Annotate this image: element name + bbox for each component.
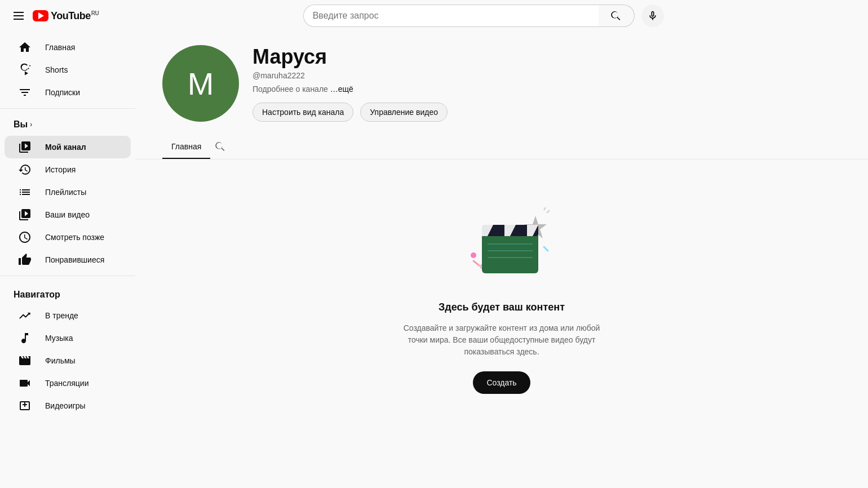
sidebar-item-your-videos[interactable]: Ваши видео xyxy=(5,203,131,226)
sidebar-label-shorts: Shorts xyxy=(45,65,68,74)
channel-details: Маруся @maruha2222 Подробнее о канале …е… xyxy=(253,45,448,122)
sidebar-label-my-channel: Мой канал xyxy=(45,143,86,152)
youtube-wordmark: YouTubeRU xyxy=(51,10,99,22)
sidebar-item-liked[interactable]: Понравившиеся xyxy=(5,249,131,271)
header-left: YouTubeRU xyxy=(9,5,99,26)
trending-icon xyxy=(18,309,32,322)
you-section-toggle[interactable]: Вы › xyxy=(0,113,135,136)
sidebar-item-gaming[interactable]: Видеоигры xyxy=(5,394,131,417)
history-icon xyxy=(18,163,32,176)
manage-videos-button[interactable]: Управление видео xyxy=(360,103,448,122)
search-bar xyxy=(303,5,664,27)
svg-line-17 xyxy=(544,247,548,251)
header-center xyxy=(108,5,859,27)
svg-line-16 xyxy=(473,261,479,265)
sidebar-item-music[interactable]: Музыка xyxy=(5,327,131,349)
channel-avatar: M xyxy=(162,45,239,122)
customize-channel-button[interactable]: Настроить вид канала xyxy=(253,103,353,122)
svg-line-3 xyxy=(547,210,550,213)
sidebar-label-playlists: Плейлисты xyxy=(45,188,86,197)
channel-handle: @maruha2222 xyxy=(253,71,448,80)
your-videos-icon xyxy=(18,208,32,221)
home-icon xyxy=(18,41,32,54)
sidebar-label-subscriptions: Подписки xyxy=(45,88,80,97)
sidebar-item-my-channel[interactable]: Мой канал xyxy=(5,136,131,158)
music-icon xyxy=(18,331,32,345)
channel-header: M Маруся @maruha2222 Подробнее о канале … xyxy=(135,32,868,135)
channel-buttons: Настроить вид канала Управление видео xyxy=(253,103,448,122)
mic-button[interactable] xyxy=(641,5,664,27)
search-icon xyxy=(610,10,622,21)
sidebar: Главная Shorts Подписки Вы › Мой канал И… xyxy=(0,32,135,439)
create-button[interactable]: Создать xyxy=(473,371,530,394)
empty-state-description: Создавайте и загружайте контент из дома … xyxy=(400,322,603,358)
watch-later-icon xyxy=(18,230,32,244)
search-input[interactable] xyxy=(303,5,599,27)
channel-name: Маруся xyxy=(253,45,448,69)
sidebar-label-movies: Фильмы xyxy=(45,356,76,365)
sidebar-label-your-videos: Ваши видео xyxy=(45,210,90,219)
subscriptions-icon xyxy=(18,86,32,99)
playlists-icon xyxy=(18,185,32,199)
movies-icon xyxy=(18,354,32,367)
search-button[interactable] xyxy=(599,5,635,27)
sidebar-item-trending[interactable]: В тренде xyxy=(5,304,131,327)
sidebar-item-live[interactable]: Трансляции xyxy=(5,372,131,394)
header: YouTubeRU xyxy=(0,0,868,32)
menu-button[interactable] xyxy=(9,5,28,26)
gaming-icon xyxy=(18,399,32,412)
sidebar-divider-2 xyxy=(0,276,135,276)
channel-tabs: Главная xyxy=(135,135,868,159)
my-channel-icon xyxy=(18,140,32,154)
sidebar-item-home[interactable]: Главная xyxy=(5,36,131,59)
tab-home[interactable]: Главная xyxy=(162,135,210,159)
sidebar-item-subscriptions[interactable]: Подписки xyxy=(5,81,131,104)
sidebar-label-history: История xyxy=(45,165,76,174)
channel-about: Подробнее о канале …ещё xyxy=(253,85,448,94)
sidebar-label-trending: В тренде xyxy=(45,311,78,320)
youtube-icon xyxy=(33,10,48,21)
sidebar-label-music: Музыка xyxy=(45,334,73,343)
svg-line-4 xyxy=(544,207,546,210)
sidebar-label-liked: Понравившиеся xyxy=(45,255,104,264)
channel-info: M Маруся @maruha2222 Подробнее о канале … xyxy=(162,45,841,122)
sidebar-item-playlists[interactable]: Плейлисты xyxy=(5,181,131,203)
navigator-section-title: Навигатор xyxy=(0,281,135,304)
sidebar-label-gaming: Видеоигры xyxy=(45,401,86,410)
sidebar-label-home: Главная xyxy=(45,43,75,52)
sidebar-item-shorts[interactable]: Shorts xyxy=(5,59,131,81)
search-tab-icon xyxy=(215,141,226,152)
svg-point-0 xyxy=(471,252,476,258)
sidebar-item-history[interactable]: История xyxy=(5,158,131,181)
you-label: Вы xyxy=(14,119,28,130)
sidebar-item-movies[interactable]: Фильмы xyxy=(5,349,131,372)
tab-search-button[interactable] xyxy=(210,136,231,158)
sidebar-label-watch-later: Смотреть позже xyxy=(45,233,104,242)
empty-state-title: Здесь будет ваш контент xyxy=(439,301,565,313)
empty-illustration xyxy=(451,205,552,283)
clapperboard-svg xyxy=(451,205,552,283)
main-content: M Маруся @maruha2222 Подробнее о канале … xyxy=(135,0,868,439)
sidebar-label-live: Трансляции xyxy=(45,379,88,388)
youtube-logo[interactable]: YouTubeRU xyxy=(33,10,99,22)
chevron-right-icon: › xyxy=(30,121,32,128)
channel-about-more[interactable]: …ещё xyxy=(330,85,353,94)
shorts-icon xyxy=(18,63,32,77)
liked-icon xyxy=(18,253,32,267)
empty-state: Здесь будет ваш контент Создавайте и заг… xyxy=(135,159,868,439)
svg-rect-6 xyxy=(482,233,538,273)
sidebar-divider-1 xyxy=(0,108,135,109)
mic-icon xyxy=(647,10,658,21)
sidebar-item-watch-later[interactable]: Смотреть позже xyxy=(5,226,131,249)
live-icon xyxy=(18,376,32,390)
